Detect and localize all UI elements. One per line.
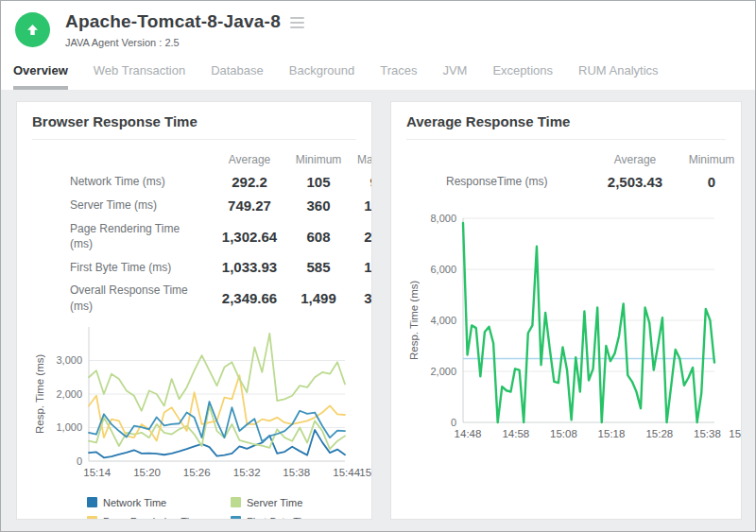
table-row: Page Rendering Time (ms) 1,302.64 608 2,… bbox=[32, 217, 371, 255]
x-tick-label: 15:.. bbox=[359, 467, 372, 478]
divider bbox=[32, 139, 356, 140]
y-tick-label: 0 bbox=[451, 417, 456, 428]
tab-jvm[interactable]: JVM bbox=[442, 58, 467, 90]
tab-background[interactable]: Background bbox=[289, 58, 354, 90]
metric-maximum: 1,774 bbox=[348, 259, 372, 275]
x-tick-label: 15:44 bbox=[333, 467, 360, 478]
x-tick-label: 14:58 bbox=[502, 428, 529, 439]
metric-minimum: 0 bbox=[682, 174, 741, 190]
series-line-network-time bbox=[89, 430, 345, 457]
legend-item: Page Rendering Time bbox=[87, 516, 231, 520]
status-up-icon bbox=[15, 12, 50, 47]
x-tick-labels: 14:4814:5815:0815:1815:2815:3815:.. bbox=[463, 428, 741, 445]
chart-legend: Network TimeServer TimePage Rendering Ti… bbox=[87, 497, 371, 520]
metric-minimum: 1,499 bbox=[289, 290, 348, 306]
metric-minimum: 360 bbox=[289, 197, 348, 214]
average-response-panel: Average Response Time Average Minimum Ma… bbox=[390, 101, 742, 520]
metric-average: 2,349.66 bbox=[210, 290, 289, 306]
browser-metrics-table: Average Minimum Maximum Network Time (ms… bbox=[32, 149, 371, 317]
col-maximum: Maximum bbox=[348, 153, 372, 166]
x-tick-label: 15:18 bbox=[598, 428, 626, 439]
metric-maximum: 1,658 bbox=[348, 197, 372, 214]
y-tick-label: 1,000 bbox=[56, 421, 82, 433]
legend-label: Page Rendering Time bbox=[103, 516, 203, 520]
x-tick-label: 15:08 bbox=[550, 428, 577, 439]
legend-swatch-icon bbox=[87, 516, 97, 520]
up-arrow-icon bbox=[25, 22, 41, 38]
metric-label: Page Rendering Time (ms) bbox=[70, 221, 210, 251]
legend-item: Server Time bbox=[231, 497, 371, 508]
col-minimum: Minimum bbox=[289, 153, 348, 166]
divider bbox=[406, 139, 726, 140]
y-tick-label: 2,000 bbox=[56, 388, 82, 400]
col-minimum: Minimum bbox=[682, 153, 741, 166]
y-axis-title: Resp. Time (ms) bbox=[406, 218, 421, 422]
series-line-responsetime bbox=[463, 223, 714, 422]
y-tick-label: 2,000 bbox=[430, 366, 456, 377]
table-row: Server Time (ms) 749.27 360 1,658 bbox=[32, 194, 371, 217]
x-tick-label: 14:48 bbox=[455, 428, 482, 439]
plot-area bbox=[463, 218, 714, 422]
app-window: Apache-Tomcat-8-Java-8 JAVA Agent Versio… bbox=[0, 0, 756, 532]
page-title: Apache-Tomcat-8-Java-8 bbox=[65, 11, 281, 32]
table-header-row: Average Minimum Maximum bbox=[406, 149, 741, 170]
col-maximum: Maximum bbox=[741, 153, 742, 166]
metric-average: 1,033.93 bbox=[210, 259, 289, 275]
metric-minimum: 585 bbox=[289, 259, 348, 275]
panel-title-average: Average Response Time bbox=[406, 113, 741, 139]
tab-traces[interactable]: Traces bbox=[380, 58, 417, 90]
metric-minimum: 608 bbox=[289, 229, 348, 245]
x-tick-label: 15:.. bbox=[729, 428, 742, 439]
x-tick-label: 15:26 bbox=[183, 467, 211, 478]
legend-swatch-icon bbox=[231, 516, 241, 520]
tab-rum-analytics[interactable]: RUM Analytics bbox=[578, 58, 659, 90]
table-row: ResponseTime (ms) 2,503.43 0 7,815 bbox=[406, 170, 741, 194]
table-row: Overall Response Time (ms) 2,349.66 1,49… bbox=[32, 279, 371, 317]
metric-average: 1,302.64 bbox=[210, 229, 289, 245]
y-tick-label: 8,000 bbox=[430, 213, 456, 224]
browser-response-chart: Resp. Time (ms) 01,0002,0003,000 15:1415… bbox=[32, 327, 371, 520]
tab-overview[interactable]: Overview bbox=[13, 58, 68, 90]
legend-item: First Byte Time bbox=[231, 516, 371, 520]
metric-maximum: 930 bbox=[348, 174, 372, 190]
metric-minimum: 105 bbox=[289, 174, 348, 190]
tab-bar: Overview Web Transaction Database Backgr… bbox=[1, 48, 755, 90]
metric-average: 749.27 bbox=[210, 197, 289, 214]
metric-average: 2,503.43 bbox=[588, 174, 682, 190]
metric-label: Overall Response Time (ms) bbox=[70, 283, 210, 313]
y-tick-label: 4,000 bbox=[430, 315, 456, 326]
metric-maximum: 3,807 bbox=[348, 290, 372, 306]
metric-label: Server Time (ms) bbox=[70, 197, 210, 213]
title-block: Apache-Tomcat-8-Java-8 JAVA Agent Versio… bbox=[65, 11, 304, 48]
tab-web-transaction[interactable]: Web Transaction bbox=[94, 58, 185, 90]
panel-title-browser: Browser Response Time bbox=[32, 113, 371, 139]
y-tick-label: 6,000 bbox=[430, 264, 456, 275]
tab-database[interactable]: Database bbox=[211, 58, 264, 90]
table-row: Network Time (ms) 292.2 105 930 bbox=[32, 170, 371, 194]
legend-label: First Byte Time bbox=[247, 516, 316, 520]
plot-area bbox=[89, 327, 345, 461]
hamburger-menu-icon[interactable] bbox=[290, 15, 304, 28]
y-tick-labels: 01,0002,0003,000 bbox=[47, 327, 89, 461]
browser-response-panel: Browser Response Time Average Minimum Ma… bbox=[16, 101, 372, 520]
x-tick-label: 15:38 bbox=[694, 428, 721, 439]
average-metrics-table: Average Minimum Maximum ResponseTime (ms… bbox=[406, 149, 741, 194]
tab-exceptions[interactable]: Exceptions bbox=[492, 58, 553, 90]
dashboard-content: Browser Response Time Average Minimum Ma… bbox=[1, 90, 755, 532]
metric-label: ResponseTime (ms) bbox=[446, 174, 588, 189]
table-header-row: Average Minimum Maximum bbox=[32, 149, 371, 170]
metric-maximum: 2,561 bbox=[348, 229, 372, 245]
metric-average: 292.2 bbox=[210, 174, 289, 190]
table-row: First Byte Time (ms) 1,033.93 585 1,774 bbox=[32, 255, 371, 279]
metric-label: Network Time (ms) bbox=[70, 174, 210, 189]
average-response-chart: Resp. Time (ms) 02,0004,0006,0008,000 14… bbox=[406, 218, 741, 445]
app-header: Apache-Tomcat-8-Java-8 JAVA Agent Versio… bbox=[1, 1, 755, 48]
col-average: Average bbox=[588, 153, 682, 166]
legend-label: Server Time bbox=[247, 497, 302, 508]
metric-maximum: 7,815 bbox=[741, 174, 742, 190]
x-tick-label: 15:20 bbox=[133, 467, 161, 478]
legend-label: Network Time bbox=[103, 497, 166, 508]
col-average: Average bbox=[210, 153, 289, 166]
legend-item: Network Time bbox=[87, 497, 231, 508]
legend-swatch-icon bbox=[87, 497, 97, 507]
